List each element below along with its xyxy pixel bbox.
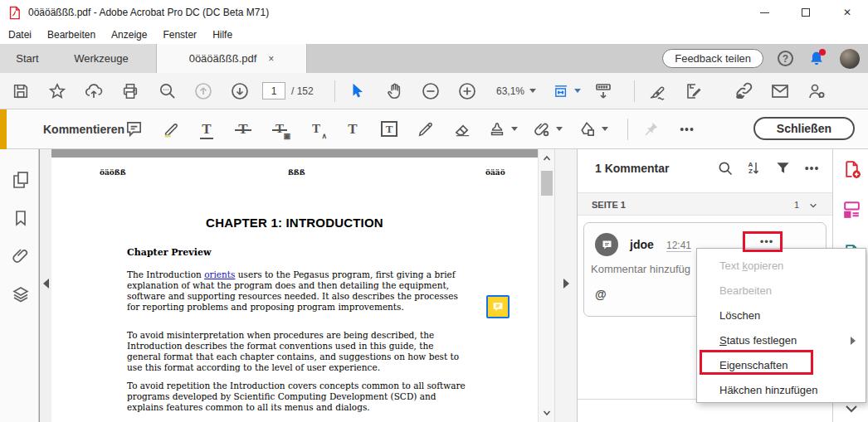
zoom-level-dropdown[interactable]: 63,1% <box>491 85 536 97</box>
panel-expand-strip[interactable] <box>554 149 577 422</box>
minimize-button[interactable] <box>744 0 785 25</box>
zoom-in-icon[interactable] <box>453 78 481 104</box>
comments-panel: 1 Kommentar AZ ••• SEITE 1 1 <box>577 149 868 422</box>
page-number-input[interactable] <box>262 82 285 99</box>
search-comments-icon[interactable] <box>716 159 734 177</box>
menu-item-haekchen-hinzufuegen[interactable]: Häkchen hinzufügen <box>697 378 866 403</box>
close-window-button[interactable]: ✕ <box>827 0 868 25</box>
text-box-icon[interactable]: T <box>375 116 403 143</box>
menu-fenster[interactable]: Fenster <box>163 29 197 41</box>
zoom-out-icon[interactable] <box>417 78 445 104</box>
attach-file-icon[interactable] <box>529 116 566 143</box>
filter-comments-icon[interactable] <box>774 159 792 177</box>
share-link-icon[interactable] <box>729 78 758 104</box>
orients-link[interactable]: orients <box>204 269 235 279</box>
tab-document-label: 0öäöäßßß.pdf <box>189 52 257 65</box>
page-header-right: öääö <box>485 168 505 177</box>
collapse-left-panel-icon[interactable] <box>43 279 49 289</box>
scrollbar-thumb[interactable] <box>541 171 553 196</box>
page-header-left: öäößß <box>100 168 126 177</box>
acrobat-window: 0öäöäßßß.pdf - Adobe Acrobat Pro DC (DC … <box>0 0 868 422</box>
feedback-button[interactable]: Feedback teilen <box>662 49 763 68</box>
mention-button[interactable]: @ <box>595 288 607 301</box>
menu-bar: Datei Bearbeiten Anzeige Fenster Hilfe <box>0 25 868 44</box>
replace-text-icon[interactable]: T▣ <box>266 116 294 143</box>
page-group-label: SEITE 1 <box>592 200 626 210</box>
close-comment-mode-button[interactable]: Schließen <box>753 117 855 140</box>
page-group-chevron-icon[interactable] <box>809 201 817 210</box>
underline-text-icon[interactable]: T <box>193 116 221 143</box>
stamp-caret-icon <box>511 127 518 131</box>
add-text-comment-icon[interactable]: T <box>339 116 367 143</box>
menu-bearbeiten[interactable]: Bearbeiten <box>47 29 95 41</box>
sort-comments-icon[interactable]: AZ <box>745 159 763 177</box>
select-tool-icon[interactable] <box>344 78 372 104</box>
eraser-icon[interactable] <box>448 116 476 143</box>
bookmarks-icon[interactable] <box>11 208 31 228</box>
reply-input[interactable]: Kommentar hinzufüg <box>591 263 699 275</box>
menu-hilfe[interactable]: Hilfe <box>212 29 232 41</box>
drawing-shapes-icon[interactable] <box>574 116 611 143</box>
chapter-heading: CHAPTER 1: INTRODUCTION <box>51 216 538 230</box>
notifications-bell-icon[interactable] <box>807 50 826 68</box>
combine-files-tool-icon[interactable] <box>841 199 862 220</box>
star-icon[interactable] <box>43 78 71 104</box>
paragraph-1-text: The Introduction <box>127 269 204 279</box>
menu-anzeige[interactable]: Anzeige <box>111 29 147 41</box>
menu-item-accelerator: S <box>719 334 727 347</box>
page-thumbnails-icon[interactable] <box>11 170 31 190</box>
comment-more-options[interactable]: ••• <box>673 116 701 143</box>
edit-pdf-icon[interactable] <box>680 78 708 104</box>
sticky-note-annotation[interactable] <box>486 295 510 318</box>
menu-item-bearbeiten: Bearbeiten <box>697 279 866 303</box>
email-icon[interactable] <box>766 78 794 104</box>
paragraph-3: To avoid repetition the Introduction cov… <box>127 381 470 413</box>
menu-datei[interactable]: Datei <box>8 29 32 41</box>
search-icon[interactable] <box>153 78 181 104</box>
user-avatar[interactable] <box>840 49 860 69</box>
stamp-icon[interactable] <box>485 116 521 143</box>
tab-werkzeuge[interactable]: Werkzeuge <box>55 44 148 73</box>
create-pdf-tool-icon[interactable] <box>841 159 862 180</box>
print-icon[interactable] <box>116 78 144 104</box>
tab-start[interactable]: Start <box>0 44 55 73</box>
comments-options-icon[interactable]: ••• <box>803 159 821 177</box>
insert-text-icon[interactable]: T∧ <box>302 116 330 143</box>
menu-item-label: opieren <box>748 260 783 272</box>
maximize-button[interactable] <box>785 0 827 25</box>
draw-pencil-icon[interactable] <box>412 116 440 143</box>
fill-sign-icon[interactable] <box>643 78 671 104</box>
menu-item-status-festlegen[interactable]: Status festlegen <box>697 328 866 353</box>
sidebar-collapse-strip[interactable] <box>40 149 51 422</box>
tab-close-icon[interactable]: × <box>268 53 274 65</box>
title-bar: 0öäöäßßß.pdf - Adobe Acrobat Pro DC (DC … <box>0 0 868 25</box>
cloud-upload-icon[interactable] <box>80 78 108 104</box>
menu-item-loeschen[interactable]: Löschen <box>697 303 866 328</box>
expand-right-panel-icon[interactable] <box>563 279 569 289</box>
tab-document[interactable]: 0öäöäßßß.pdf × <box>156 44 307 73</box>
notification-dot <box>819 49 826 56</box>
add-person-icon[interactable] <box>802 78 831 104</box>
previous-page-icon[interactable] <box>189 78 217 104</box>
save-icon[interactable] <box>7 78 35 104</box>
collapse-tools-strip-icon[interactable] <box>843 403 860 415</box>
strikethrough-text-icon[interactable]: T <box>229 116 257 143</box>
attachments-icon[interactable] <box>11 246 31 266</box>
acrobat-pdf-icon <box>7 6 22 20</box>
keep-tool-pin-icon[interactable] <box>636 116 665 143</box>
zoom-level-value: 63,1% <box>491 85 524 97</box>
next-page-icon[interactable] <box>226 78 254 104</box>
toolbar-separator <box>634 80 635 102</box>
scroll-down-icon[interactable] <box>542 408 552 418</box>
hand-tool-icon[interactable] <box>380 78 408 104</box>
page-group-row[interactable]: SEITE 1 1 <box>578 192 832 216</box>
help-icon[interactable]: ? <box>778 51 793 66</box>
sticky-note-icon[interactable] <box>119 116 148 143</box>
document-scrollbar[interactable] <box>538 149 554 422</box>
scroll-up-icon[interactable] <box>542 153 552 163</box>
menu-item-eigenschaften[interactable]: Eigenschaften <box>697 353 866 378</box>
fit-width-icon[interactable] <box>553 78 581 104</box>
highlight-text-icon[interactable] <box>156 116 184 143</box>
layers-icon[interactable] <box>11 284 31 304</box>
show-toolbar-icon[interactable] <box>589 78 617 104</box>
